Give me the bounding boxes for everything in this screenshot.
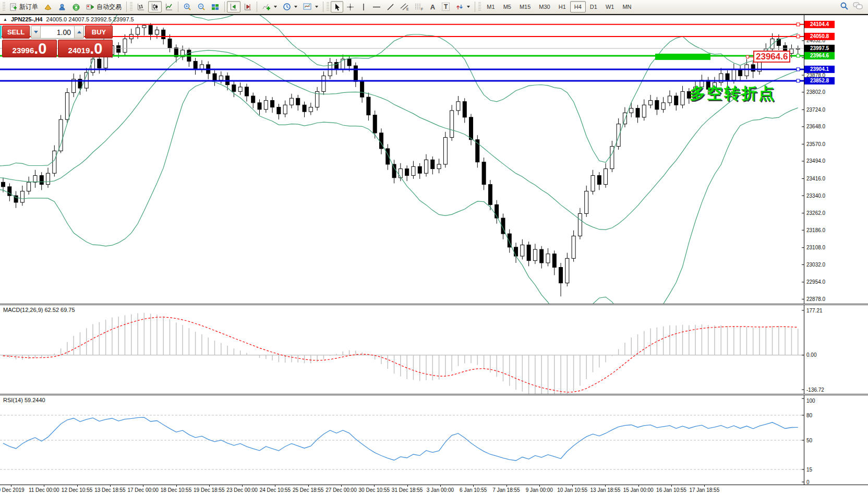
- time-tick: [671, 485, 672, 487]
- rsi-canvas[interactable]: 1008050150: [0, 395, 868, 485]
- timeframe-button-h1[interactable]: H1: [554, 1, 570, 13]
- fibonacci-icon: F: [415, 3, 424, 11]
- one-click-trade-panel: SELL 1.00 BUY 23996 .0 24019 .0: [2, 26, 113, 57]
- chart-text-annotation[interactable]: 多空转折点: [690, 83, 776, 104]
- text-button[interactable]: A: [427, 1, 439, 13]
- sell-button[interactable]: SELL: [2, 26, 30, 39]
- time-tick: [440, 485, 441, 487]
- toolbar: 新订单 自动交易: [0, 0, 868, 14]
- time-tick: [341, 485, 342, 487]
- macd-canvas[interactable]: 177.210.00-136.72: [0, 305, 868, 394]
- volume-up-button[interactable]: [74, 26, 83, 38]
- svg-text:23032.0: 23032.0: [806, 262, 826, 268]
- search-icon[interactable]: [840, 2, 849, 13]
- timeframe-button-h4[interactable]: H4: [570, 1, 586, 13]
- line-chart-button[interactable]: [162, 1, 176, 13]
- symbol-ohlc: 24005.0 24007.5 23992.5 23997.5: [46, 16, 134, 22]
- cursor-icon: [333, 3, 341, 11]
- arrows-button[interactable]: [453, 1, 473, 13]
- rsi-panel[interactable]: 1008050150 RSI(14) 59.2440: [0, 395, 868, 485]
- svg-text:23416.0: 23416.0: [806, 176, 826, 182]
- navigator-button[interactable]: [55, 1, 69, 13]
- chart-shift-button[interactable]: [241, 1, 255, 13]
- time-label: 18 Dec 10:55: [161, 487, 192, 493]
- ask-price-button[interactable]: 24019 .0: [58, 40, 113, 57]
- symbol-name: JPN225-,H4: [11, 16, 43, 22]
- time-tick: [308, 485, 309, 487]
- timeframe-button-m15[interactable]: M15: [515, 1, 535, 13]
- indicators-button[interactable]: [259, 1, 280, 13]
- timeframe-button-m1[interactable]: M1: [483, 1, 499, 13]
- bar-chart-button[interactable]: [134, 1, 148, 13]
- volume-value[interactable]: 1.00: [41, 26, 74, 38]
- timeframe-button-d1[interactable]: D1: [586, 1, 601, 13]
- fibonacci-button[interactable]: F: [412, 1, 426, 13]
- time-tick: [704, 485, 705, 487]
- toolbar-separator: [178, 2, 178, 12]
- time-tick: [275, 485, 275, 487]
- time-label: 17 Dec 00:00: [127, 487, 159, 493]
- time-label: 23 Dec 00:00: [226, 487, 258, 493]
- bid-price-button[interactable]: 23996 .0: [2, 40, 57, 57]
- svg-text:23570.0: 23570.0: [806, 141, 826, 147]
- tile-windows-button[interactable]: [209, 1, 222, 13]
- time-label: 12 Dec 10:55: [62, 487, 93, 493]
- templates-button[interactable]: [300, 1, 321, 13]
- main-chart-panel[interactable]: 24032.023956.023878.023802.023724.023648…: [0, 15, 868, 304]
- toolbar-right: [840, 2, 866, 13]
- toolbar-grip: [3, 2, 5, 11]
- periods-icon: [283, 3, 291, 11]
- time-tick: [209, 485, 210, 487]
- svg-text:F: F: [421, 7, 423, 11]
- new-order-icon: [9, 3, 17, 11]
- time-label: 24 Dec 10:55: [260, 487, 291, 493]
- timeframe-button-m30[interactable]: M30: [535, 1, 554, 13]
- trendline-button[interactable]: [384, 1, 397, 13]
- time-label: 9 Dec 2019: [0, 487, 25, 493]
- periods-button[interactable]: [280, 1, 300, 13]
- time-label: 17 Jan 18:55: [689, 487, 719, 493]
- channel-button[interactable]: E: [397, 1, 412, 13]
- periods-dropdown-icon: [294, 6, 297, 8]
- time-tick: [638, 485, 639, 487]
- data-window-button[interactable]: [41, 1, 55, 13]
- time-tick: [374, 485, 375, 487]
- chart-shift-icon: [244, 3, 252, 11]
- svg-text:E: E: [406, 7, 409, 11]
- vertical-line-button[interactable]: [357, 1, 369, 13]
- chat-icon[interactable]: [853, 2, 863, 12]
- timeframe-button-m5[interactable]: M5: [499, 1, 515, 13]
- macd-panel[interactable]: 177.210.00-136.72 MACD(12,26,9) 62.52 69…: [0, 305, 868, 394]
- svg-text:23964.6: 23964.6: [810, 53, 829, 58]
- autotrading-button[interactable]: 自动交易: [83, 1, 124, 13]
- horizontal-line-button[interactable]: [370, 1, 383, 13]
- svg-text:24050.8: 24050.8: [810, 33, 829, 39]
- toolbar-grip: [130, 2, 132, 11]
- label-icon: T: [442, 3, 450, 11]
- toolbar-grip: [327, 2, 329, 11]
- candlestick-button[interactable]: [148, 1, 162, 13]
- price-label-object[interactable]: 23964.6: [753, 51, 790, 63]
- vertical-line-icon: [361, 3, 366, 11]
- cursor-button[interactable]: [331, 1, 343, 13]
- time-tick: [242, 485, 243, 487]
- new-order-button[interactable]: 新订单: [7, 1, 41, 13]
- trade-panel-collapse-strip[interactable]: [0, 26, 2, 39]
- svg-text:23340.0: 23340.0: [806, 193, 826, 199]
- timeframe-button-w1[interactable]: W1: [601, 1, 619, 13]
- signals-button[interactable]: [69, 1, 83, 13]
- time-label: 6 Jan 10:55: [460, 487, 487, 493]
- zoom-in-button[interactable]: [180, 1, 194, 13]
- time-tick: [572, 485, 573, 487]
- time-axis[interactable]: 9 Dec 201911 Dec 00:0012 Dec 10:5513 Dec…: [0, 485, 868, 495]
- label-button[interactable]: T: [439, 1, 452, 13]
- buy-button[interactable]: BUY: [85, 26, 113, 39]
- zoom-out-button[interactable]: [195, 1, 208, 13]
- crosshair-button[interactable]: [344, 1, 357, 13]
- auto-scroll-button[interactable]: [227, 1, 240, 13]
- timeframe-button-mn[interactable]: MN: [618, 1, 635, 13]
- volume-stepper: 1.00: [31, 26, 84, 39]
- main-chart-canvas[interactable]: 24032.023956.023878.023802.023724.023648…: [0, 15, 868, 304]
- time-tick: [539, 485, 540, 487]
- volume-down-button[interactable]: [31, 26, 41, 38]
